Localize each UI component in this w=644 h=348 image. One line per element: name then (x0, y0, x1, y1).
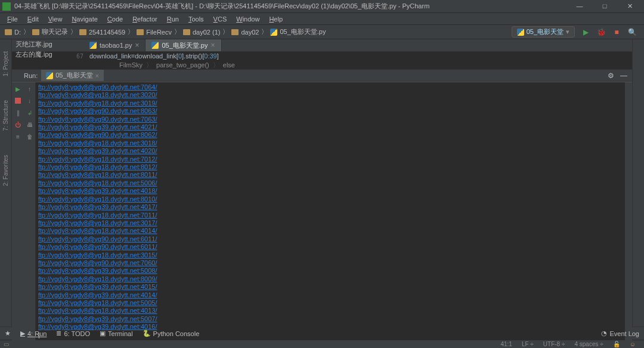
tab-label: 05_电影天堂.py (162, 41, 208, 50)
encoding[interactable]: UTF-8 ÷ (538, 341, 570, 347)
debug-button[interactable]: 🐞 (596, 27, 606, 37)
output-link[interactable]: ftp://ygdy8:ygdy8@yg18.dydytt.net:8009/ (38, 275, 157, 282)
menu-vcs[interactable]: VCS (210, 15, 231, 23)
status-icon[interactable]: ▭ (4, 341, 9, 347)
run-button[interactable]: ▶ (581, 27, 590, 37)
left-tab[interactable]: 7: Structure (2, 100, 9, 131)
output-link[interactable]: ftp://ygdy8:ygdy8@yg18.dydytt.net:3015/ (38, 251, 157, 259)
output-link[interactable]: ftp://ygdy8:ygdy8@yg18.dydytt.net:5005/ (38, 299, 157, 306)
breadcrumb-seg[interactable]: 05_电影天堂.py (269, 27, 327, 36)
pause-icon[interactable]: ∥ (14, 108, 22, 117)
output-link[interactable]: ftp://ygdy8:ygdy8@yg18.dydytt.net:8011/ (38, 171, 157, 178)
maximize-button[interactable]: □ (597, 2, 612, 10)
output-link[interactable]: ftp://ygdy8:ygdy8@yg39.dydytt.net:4021/ (38, 123, 157, 130)
output-gutter (625, 82, 632, 340)
menu-view[interactable]: View (45, 15, 66, 23)
output-link[interactable]: ftp://ygdy8:ygdy8@yg18.dydytt.net:8010/ (38, 195, 157, 203)
down-icon[interactable]: ↓ (26, 97, 34, 105)
output-link[interactable]: ftp://ygdy8:ygdy8@yg39.dydytt.net:4017/ (38, 203, 157, 210)
close-icon[interactable]: × (135, 41, 139, 49)
output-link[interactable]: ftp://ygdy8:ygdy8@yg90.dydytt.net:7060/ (38, 259, 157, 266)
toolwin-run[interactable]: ▶ 4: Run (20, 330, 47, 337)
close-icon[interactable]: × (210, 41, 215, 49)
output-link[interactable]: ftp://ygdy8:ygdy8@yg90.dydytt.net:7063/ (38, 116, 157, 123)
breadcrumb-seg[interactable]: day02 (230, 29, 260, 36)
output-link[interactable]: ftp://ygdy8:ygdy8@yg18.dydytt.net:5006/ (38, 179, 157, 187)
line-sep[interactable]: LF ÷ (517, 341, 538, 347)
output-link[interactable]: ftp://ygdy8:ygdy8@yg39.dydytt.net:4020/ (38, 147, 157, 154)
output-link[interactable]: ftp://ygdy8:ygdy8@yg90.dydytt.net:6011/ (38, 243, 157, 250)
stop-button[interactable]: ■ (612, 27, 621, 37)
star-icon[interactable]: ★ (5, 330, 11, 337)
menu-refactor[interactable]: Refactor (129, 15, 161, 23)
run-config-selector[interactable]: 05_电影天堂 ▾ (512, 26, 575, 38)
trash-icon[interactable]: 🗑 (26, 132, 34, 141)
close-icon[interactable]: × (95, 72, 99, 79)
output-link[interactable]: ftp://ygdy8:ygdy8@yg18.dydytt.net:3020/ (38, 91, 157, 98)
breadcrumb-seg[interactable]: 聊天记录 (31, 27, 69, 36)
breadcrumb-seg[interactable]: day02 (1) (182, 29, 221, 36)
left-tab[interactable]: 2: Favorites (2, 155, 9, 186)
output-link[interactable]: ftp://ygdy8:ygdy8@yg90.dydytt.net:8063/ (38, 107, 157, 114)
up-icon[interactable]: ↑ (26, 85, 34, 93)
menu-edit[interactable]: Edit (24, 15, 42, 23)
breadcrumb-seg[interactable]: 2541145459 (78, 29, 126, 36)
editor-area[interactable]: 67 download_link=download_link[0].strip(… (12, 52, 632, 70)
menu-tools[interactable]: Tools (185, 15, 208, 23)
menu-file[interactable]: File (4, 15, 21, 23)
crumb[interactable]: FilmSky (119, 61, 143, 69)
breadcrumb-drive[interactable]: D: (4, 29, 22, 36)
stop-icon[interactable] (14, 97, 22, 105)
output-link[interactable]: ftp://ygdy8:ygdy8@yg18.dydytt.net:4014/ (38, 227, 157, 234)
toolwin-todo[interactable]: ≣ 6: TODO (56, 330, 90, 337)
menu-code[interactable]: Code (104, 15, 126, 23)
wrap-icon[interactable]: ↲ (26, 108, 34, 117)
output-link[interactable]: ftp://ygdy8:ygdy8@yg39.dydytt.net:5007/ (38, 315, 157, 322)
left-tab[interactable]: 1: Project (2, 51, 9, 76)
breadcrumb-seg[interactable]: FileRecv (135, 29, 173, 36)
output-link[interactable]: ftp://ygdy8:ygdy8@yg18.dydytt.net:8012/ (38, 163, 157, 170)
tree-item[interactable]: 灭绝江寒.jpg (13, 39, 78, 49)
output-link[interactable]: ftp://ygdy8:ygdy8@yg18.dydytt.net:7011/ (38, 212, 157, 219)
output-link[interactable]: ftp://ygdy8:ygdy8@yg39.dydytt.net:4014/ (38, 291, 157, 299)
menu-run[interactable]: Run (163, 15, 182, 23)
run-tab[interactable]: 05_电影天堂 × (41, 70, 104, 81)
crumb[interactable]: else (223, 61, 235, 69)
output-link[interactable]: ftp://ygdy8:ygdy8@yg18.dydytt.net:3018/ (38, 139, 157, 147)
output-link[interactable]: ftp://ygdy8:ygdy8@yg18.dydytt.net:7012/ (38, 156, 157, 163)
console-output[interactable]: ftp://ygdy8:ygdy8@yg90.dydytt.net:7064/f… (36, 82, 625, 340)
output-link[interactable]: ftp://ygdy8:ygdy8@yg39.dydytt.net:4018/ (38, 187, 157, 194)
inspector-icon[interactable]: ☺ (625, 341, 640, 347)
crumb[interactable]: parse_two_page() (156, 61, 209, 69)
menu-window[interactable]: Window (233, 15, 263, 23)
project-tree-fragment: 灭绝江寒.jpg 左右的魔.ipg (13, 39, 78, 60)
toolwin-terminal[interactable]: ▣ Terminal (100, 330, 133, 337)
indent[interactable]: 4 spaces ÷ (569, 341, 608, 347)
menu-help[interactable]: Help (265, 15, 286, 23)
tree-item[interactable]: 左右的魔.ipg (13, 49, 78, 60)
toolwin-python-console[interactable]: 🐍 Python Console (143, 330, 200, 337)
exit-icon[interactable]: ⏻ (14, 120, 22, 129)
search-icon[interactable]: 🔍 (627, 27, 637, 37)
rerun-icon[interactable]: ▶ (14, 85, 22, 93)
layout-icon[interactable]: ≡ (14, 132, 22, 141)
close-button[interactable]: ✕ (623, 2, 637, 10)
output-link[interactable]: ftp://ygdy8:ygdy8@yg90.dydytt.net:8062/ (38, 131, 157, 138)
lock-icon[interactable]: 🔓 (608, 341, 625, 347)
output-link[interactable]: ftp://ygdy8:ygdy8@yg18.dydytt.net:3017/ (38, 219, 157, 226)
minimize-button[interactable]: — (572, 2, 587, 10)
output-link[interactable]: ftp://ygdy8:ygdy8@yg90.dydytt.net:6011/ (38, 235, 157, 243)
output-link[interactable]: ftp://ygdy8:ygdy8@yg39.dydytt.net:5008/ (38, 267, 157, 274)
output-link[interactable]: ftp://ygdy8:ygdy8@yg39.dydytt.net:4015/ (38, 283, 157, 290)
settings-icon[interactable]: ⚙ (608, 72, 614, 80)
minimize-panel-icon[interactable]: — (620, 72, 627, 80)
print-icon[interactable]: 🖶 (26, 120, 34, 129)
editor-tab[interactable]: 05_电影天堂.py× (145, 39, 221, 51)
output-link[interactable]: ftp://ygdy8:ygdy8@yg18.dydytt.net:3019/ (38, 100, 157, 107)
code-line[interactable]: download_link=download_link[0].strip()[0… (89, 52, 219, 60)
toolwin-event-log[interactable]: ◔ Event Log (601, 330, 639, 337)
menu-navigate[interactable]: Navigate (68, 15, 101, 23)
output-link[interactable]: ftp://ygdy8:ygdy8@yg18.dydytt.net:4013/ (38, 307, 157, 314)
editor-tab[interactable]: taobao1.py× (83, 39, 145, 51)
output-link[interactable]: ftp://ygdy8:ygdy8@yg90.dydytt.net:7064/ (38, 83, 157, 91)
